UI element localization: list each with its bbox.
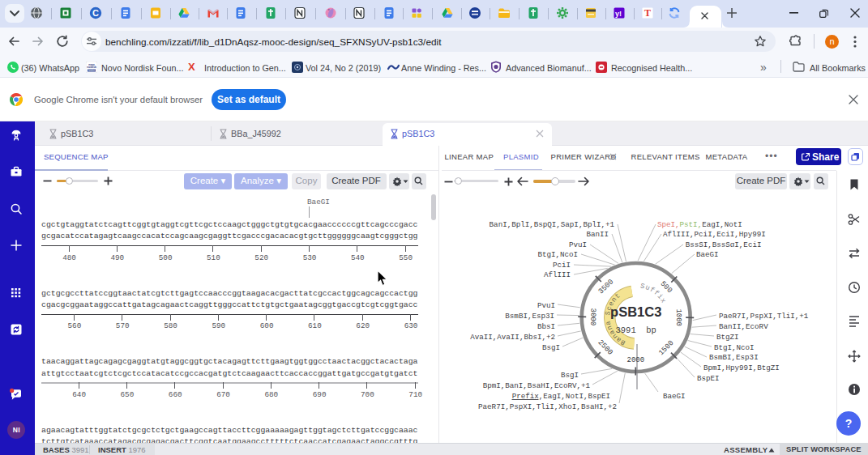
svg-text:2000: 2000 — [626, 356, 644, 364]
svg-text:BspEI: BspEI — [697, 374, 720, 383]
svg-text:BtgI,NcoI: BtgI,NcoI — [537, 250, 578, 259]
svg-text:3991 bp: 3991 bp — [615, 325, 656, 335]
svg-text:3000: 3000 — [588, 308, 596, 326]
svg-text:PvuI: PvuI — [569, 240, 587, 249]
svg-text:fonden: fonden — [88, 69, 96, 72]
svg-text:BpmI,BanI,BsaHI,EcoRV,+1: BpmI,BanI,BsaHI,EcoRV,+1 — [483, 381, 591, 390]
svg-text:BbsI: BbsI — [537, 322, 555, 331]
svg-text:BpmI,Hpy99I,BtgZI: BpmI,Hpy99I,BtgZI — [703, 364, 780, 372]
svg-text:PvuI: PvuI — [537, 301, 555, 310]
svg-text:pSB1C3: pSB1C3 — [610, 304, 661, 319]
svg-text:BtgZI: BtgZI — [716, 333, 739, 342]
svg-text:BaeGI: BaeGI — [663, 392, 686, 401]
svg-text:BsmBI,Esp3I: BsmBI,Esp3I — [709, 353, 759, 362]
svg-text:AflIII,PciI,EciI,Hpy99I: AflIII,PciI,EciI,Hpy99I — [663, 230, 766, 239]
svg-text:BaeGI: BaeGI — [696, 250, 719, 259]
svg-text:AflIII: AflIII — [544, 270, 571, 279]
svg-text:BsgI: BsgI — [542, 343, 560, 352]
svg-text:BanII,EcoRV: BanII,EcoRV — [719, 322, 768, 331]
svg-text:SpeI,PstI,EagI,NotI: SpeI,PstI,EagI,NotI — [657, 220, 742, 229]
svg-text:AvaII,AvaII,BbsI,+2: AvaII,AvaII,BbsI,+2 — [470, 333, 555, 342]
svg-text:BssSI,BssSαI,EciI: BssSI,BssSαI,EciI — [686, 240, 762, 249]
svg-text:BsmBI,Esp3I: BsmBI,Esp3I — [505, 312, 554, 321]
svg-text:BanII: BanII — [586, 230, 609, 239]
svg-text:BsgI: BsgI — [561, 371, 579, 380]
svg-text:BtgI,NcoI: BtgI,NcoI — [714, 343, 755, 352]
svg-text:PaeR7I,PspXI,TliI,XhoI,BsaHI,+: PaeR7I,PspXI,TliI,XhoI,BsaHI,+2 — [478, 402, 617, 411]
svg-text:Prefix,EagI,NotI,BspEI: Prefix,EagI,NotI,BspEI — [512, 392, 610, 401]
svg-text:C: C — [92, 8, 99, 18]
svg-text:PaeR7I,PspXI,TliI,+1: PaeR7I,PspXI,TliI,+1 — [719, 312, 809, 321]
svg-text:T: T — [644, 7, 651, 19]
svg-text:1000: 1000 — [674, 308, 682, 326]
svg-text:BanI,BplI,BspQI,SapI,BplI,+1: BanI,BplI,BspQI,SapI,BplI,+1 — [490, 220, 615, 229]
svg-text:y!: y! — [615, 10, 622, 18]
svg-text:PciI: PciI — [553, 261, 571, 270]
